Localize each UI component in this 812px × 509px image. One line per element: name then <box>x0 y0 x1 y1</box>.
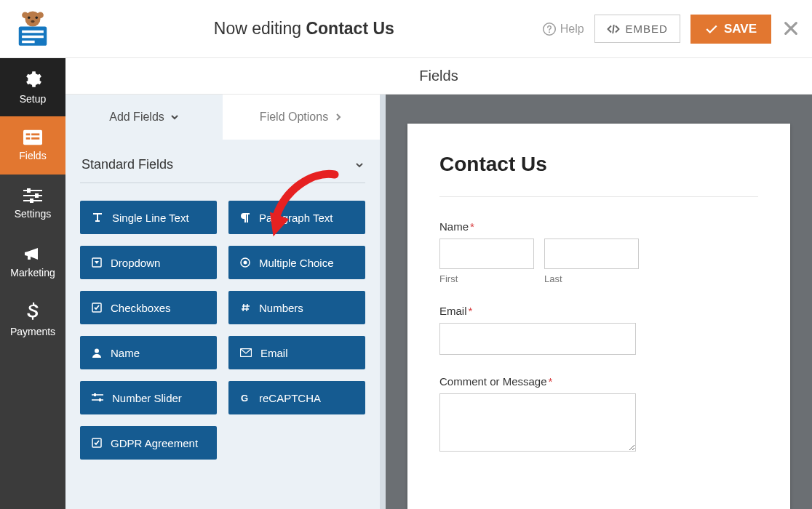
svg-point-31 <box>95 349 99 353</box>
check-icon <box>705 24 718 34</box>
field-single-line-text[interactable]: Single Line Text <box>80 201 217 234</box>
form-preview-area: Contact Us Name* First <box>386 95 812 509</box>
close-button[interactable] <box>783 15 799 42</box>
label-email: Email* <box>439 305 758 317</box>
svg-point-2 <box>37 12 44 18</box>
form-title: Contact Us <box>439 153 758 176</box>
field-label: reCAPTCHA <box>259 392 321 404</box>
nav-label: Payments <box>10 326 55 337</box>
nav-label: Setup <box>20 93 47 105</box>
dollar-icon <box>26 302 39 321</box>
field-paragraph-text[interactable]: Paragraph Text <box>228 201 365 234</box>
section-header: Fields <box>65 58 812 95</box>
list-icon <box>23 129 42 145</box>
tab-add-fields[interactable]: Add Fields <box>65 95 223 140</box>
field-label: Checkboxes <box>111 302 171 314</box>
svg-line-12 <box>613 25 614 33</box>
save-button[interactable]: SAVE <box>690 15 771 44</box>
form-preview-card[interactable]: Contact Us Name* First <box>407 124 790 509</box>
svg-text:G: G <box>241 393 248 403</box>
svg-point-5 <box>31 20 34 23</box>
svg-rect-36 <box>99 398 101 401</box>
help-label: Help <box>560 23 584 36</box>
dot-circle-icon <box>240 257 250 268</box>
save-label: SAVE <box>724 22 757 36</box>
field-number-slider[interactable]: Number Slider <box>80 381 217 414</box>
input-last-name[interactable] <box>544 239 639 269</box>
top-bar: Now editing Contact Us Help EMBED SAVE <box>0 0 812 58</box>
divider <box>439 196 758 197</box>
required-marker: * <box>470 220 474 233</box>
required-marker: * <box>469 305 473 317</box>
tab-field-options[interactable]: Field Options <box>223 95 380 140</box>
input-email[interactable] <box>439 323 636 355</box>
g-recaptcha-icon: G <box>240 393 250 403</box>
caret-square-icon <box>92 257 102 268</box>
svg-point-1 <box>22 12 28 18</box>
label-comment: Comment or Message* <box>439 375 758 388</box>
check-square-icon <box>92 302 102 313</box>
input-first-name[interactable] <box>439 239 534 269</box>
input-comment[interactable] <box>439 393 636 452</box>
svg-rect-16 <box>26 133 31 135</box>
nav-label: Fields <box>19 150 46 161</box>
field-numbers[interactable]: Numbers <box>228 291 365 324</box>
field-gdpr-agreement[interactable]: GDPR Agreement <box>80 426 217 460</box>
paragraph-icon <box>240 212 250 223</box>
svg-rect-9 <box>22 40 35 43</box>
sliders-icon <box>23 188 42 204</box>
chevron-down-icon <box>355 161 364 169</box>
nav-item-marketing[interactable]: Marketing <box>0 233 65 291</box>
nav-label: Settings <box>15 208 52 220</box>
chevron-down-icon <box>170 113 179 121</box>
user-icon <box>92 348 102 358</box>
editing-prefix: Now editing <box>214 19 306 38</box>
field-label: Email <box>260 347 288 359</box>
svg-marker-27 <box>95 261 99 264</box>
field-label: GDPR Agreement <box>111 437 198 449</box>
field-name[interactable]: Name <box>80 336 217 369</box>
field-recaptcha[interactable]: G reCAPTCHA <box>228 381 365 414</box>
field-label: Single Line Text <box>112 212 189 224</box>
label-text: Comment or Message <box>439 375 547 388</box>
help-link[interactable]: Help <box>543 23 584 36</box>
field-label: Paragraph Text <box>259 212 333 224</box>
svg-point-4 <box>36 16 39 19</box>
svg-point-11 <box>549 31 550 33</box>
tab-label: Add Fields <box>109 111 164 124</box>
editing-form-name: Contact Us <box>306 19 394 38</box>
label-text: Email <box>439 305 467 317</box>
field-multiple-choice[interactable]: Multiple Choice <box>228 246 365 279</box>
field-email[interactable]: Email <box>228 336 365 369</box>
field-checkboxes[interactable]: Checkboxes <box>80 291 217 324</box>
field-label: Numbers <box>259 302 303 314</box>
field-label: Name <box>111 347 140 359</box>
label-text: Name <box>439 220 469 233</box>
nav-item-fields[interactable]: Fields <box>0 116 65 175</box>
wpforms-logo-icon <box>12 9 53 49</box>
tab-label: Field Options <box>260 111 328 124</box>
field-label: Dropdown <box>111 257 160 269</box>
hash-icon <box>240 302 250 313</box>
embed-button[interactable]: EMBED <box>594 15 680 43</box>
field-dropdown[interactable]: Dropdown <box>80 246 217 279</box>
brand-logo <box>0 9 65 49</box>
group-standard-fields[interactable]: Standard Fields <box>80 153 365 183</box>
fields-panel: Add Fields Field Options Standard Fields <box>65 95 386 509</box>
editing-title: Now editing Contact Us <box>65 19 543 39</box>
svg-point-29 <box>244 261 247 265</box>
check-square-icon <box>92 438 102 448</box>
fields-grid: Single Line Text Paragraph Text Dropdown <box>80 201 365 460</box>
gear-icon <box>23 70 42 89</box>
svg-rect-23 <box>35 193 39 198</box>
close-icon <box>783 20 799 36</box>
svg-rect-17 <box>31 133 39 135</box>
svg-rect-34 <box>94 393 96 396</box>
label-name: Name* <box>439 220 758 233</box>
text-cursor-icon <box>92 212 103 223</box>
svg-rect-18 <box>26 137 31 140</box>
nav-item-payments[interactable]: Payments <box>0 291 65 349</box>
nav-item-settings[interactable]: Settings <box>0 175 65 233</box>
sublabel-first: First <box>439 273 534 284</box>
nav-item-setup[interactable]: Setup <box>0 58 65 116</box>
